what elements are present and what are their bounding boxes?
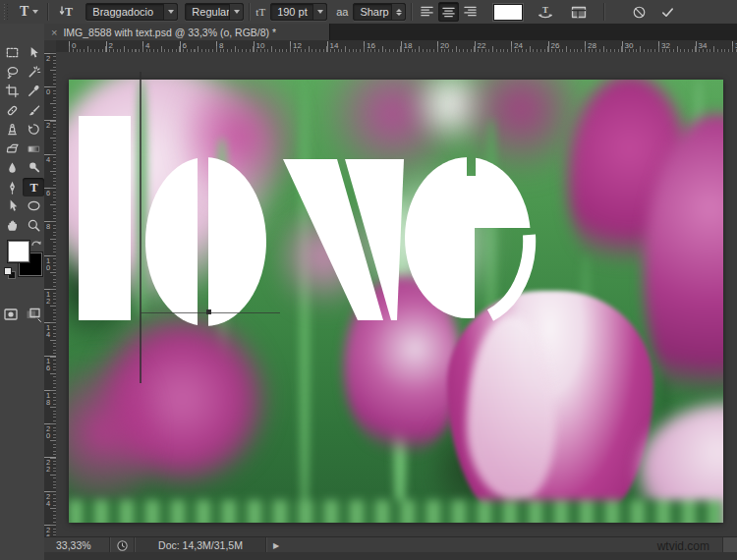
ruler-label: 36 bbox=[732, 41, 737, 52]
warp-text-button[interactable]: T bbox=[533, 2, 558, 22]
font-style-select[interactable]: Regular bbox=[185, 3, 244, 21]
lasso-icon bbox=[5, 65, 20, 80]
tool-path-selection[interactable] bbox=[1, 196, 23, 216]
ruler-label: 6 bbox=[180, 41, 187, 52]
status-bar: 33,33% Doc: 14,3M/31,5M ▶ wtvid.com bbox=[44, 536, 737, 553]
ruler-label: 1 2 bbox=[46, 291, 50, 305]
zoom-level-field[interactable]: 33,33% bbox=[44, 539, 109, 551]
tool-gradient[interactable] bbox=[23, 140, 44, 159]
swap-colors-icon[interactable] bbox=[30, 238, 42, 250]
ruler-label: 4 bbox=[46, 156, 50, 163]
ruler-label: 28 bbox=[585, 41, 596, 52]
commit-edits-button[interactable] bbox=[656, 2, 679, 22]
tool-history-brush[interactable] bbox=[23, 120, 44, 140]
ruler-label: 2 bbox=[106, 41, 113, 52]
quick-selection-icon bbox=[27, 65, 41, 80]
tool-brush[interactable] bbox=[23, 101, 44, 121]
cancel-edits-button[interactable] bbox=[628, 2, 651, 22]
tool-blur[interactable] bbox=[1, 158, 23, 178]
align-center-button[interactable] bbox=[438, 2, 459, 22]
quick-mask-icon[interactable] bbox=[2, 307, 20, 322]
default-white-swatch bbox=[4, 267, 12, 275]
status-clock-icon bbox=[116, 539, 129, 552]
tools-panel: T bbox=[0, 24, 45, 560]
cancel-icon bbox=[632, 5, 647, 20]
clone-stamp-icon bbox=[5, 122, 20, 137]
tool-spot-healing-brush[interactable] bbox=[1, 101, 23, 121]
tool-move[interactable] bbox=[23, 43, 44, 63]
divider bbox=[411, 3, 413, 21]
text-color-swatch[interactable] bbox=[493, 4, 523, 21]
zoom-icon bbox=[27, 218, 41, 233]
tool-clone-stamp[interactable] bbox=[1, 120, 23, 140]
ruler-label: 22 bbox=[475, 41, 486, 52]
color-swatch-area bbox=[0, 238, 44, 307]
align-right-icon bbox=[463, 4, 478, 19]
tool-ellipse-shape[interactable] bbox=[23, 196, 44, 216]
character-paragraph-panels-icon bbox=[570, 5, 588, 20]
toggle-panels-button[interactable] bbox=[566, 2, 592, 22]
document-title: IMG_8588 with text.psd @ 33,3% (o, RGB/8… bbox=[63, 27, 276, 38]
tool-eraser[interactable] bbox=[1, 140, 23, 159]
spot-healing-brush-icon bbox=[5, 103, 20, 118]
ruler-label: 14 bbox=[327, 41, 339, 52]
tool-type[interactable]: T bbox=[23, 178, 44, 197]
tool-dodge[interactable] bbox=[23, 158, 44, 178]
pen-icon bbox=[5, 180, 20, 195]
ruler-label: 34 bbox=[696, 41, 708, 52]
type-tool-preset-icon: T bbox=[20, 4, 28, 20]
chevron-down-icon bbox=[163, 4, 177, 20]
screen-mode-icon[interactable] bbox=[25, 307, 42, 322]
font-size-icon: tT bbox=[255, 6, 265, 18]
anti-alias-select[interactable]: Sharp bbox=[353, 3, 406, 21]
tool-rectangular-marquee[interactable] bbox=[1, 43, 23, 63]
rectangular-marquee-icon bbox=[5, 45, 20, 60]
chevron-down-icon bbox=[229, 4, 243, 20]
pasteboard[interactable] bbox=[56, 52, 737, 536]
align-right-button[interactable] bbox=[461, 2, 480, 20]
canvas-tulip-photo[interactable] bbox=[69, 80, 723, 523]
font-size-value: 190 pt bbox=[271, 6, 312, 18]
tool-hand[interactable] bbox=[1, 216, 23, 236]
tool-lasso[interactable] bbox=[1, 63, 23, 83]
close-tab-icon[interactable]: × bbox=[51, 28, 57, 37]
font-family-value: Braggadocio bbox=[86, 6, 163, 18]
chevron-down-icon bbox=[32, 10, 38, 14]
divider bbox=[47, 3, 49, 21]
letter-l bbox=[79, 116, 131, 320]
svg-text:T: T bbox=[542, 5, 548, 15]
tool-pen[interactable] bbox=[1, 178, 23, 197]
tool-quick-selection[interactable] bbox=[23, 63, 44, 83]
anti-alias-icon: aa bbox=[336, 6, 348, 18]
ruler-label: 26 bbox=[548, 41, 560, 52]
text-orientation-icon: T bbox=[58, 4, 78, 20]
tool-preset-button[interactable]: T bbox=[16, 2, 42, 22]
text-orientation-button[interactable]: T bbox=[54, 2, 82, 22]
resize-grip[interactable] bbox=[722, 537, 737, 553]
default-colors-icon[interactable] bbox=[4, 267, 16, 279]
status-clock-segment[interactable] bbox=[111, 539, 134, 552]
options-bar-grip[interactable] bbox=[3, 4, 10, 20]
ruler-label: 2 6 bbox=[46, 527, 50, 536]
ruler-label: 20 bbox=[437, 41, 449, 52]
status-menu-arrow[interactable]: ▶ bbox=[267, 541, 285, 550]
dodge-icon bbox=[27, 160, 41, 175]
stepper-icon bbox=[391, 4, 405, 20]
document-sizes-field[interactable]: Doc: 14,3M/31,5M bbox=[136, 537, 265, 553]
tool-zoom[interactable] bbox=[23, 216, 44, 236]
foreground-color-swatch[interactable] bbox=[7, 240, 30, 263]
ruler-label: 0 bbox=[46, 88, 50, 95]
tools-grid: T bbox=[1, 43, 44, 235]
ruler-label: 1 0 bbox=[46, 257, 50, 271]
font-family-select[interactable]: Braggadocio bbox=[85, 3, 178, 21]
font-size-select[interactable]: 190 pt bbox=[270, 3, 327, 21]
ruler-label: 6 bbox=[46, 190, 50, 196]
tool-eyedropper[interactable] bbox=[23, 82, 44, 101]
document-tab[interactable]: × IMG_8588 with text.psd @ 33,3% (o, RGB… bbox=[44, 24, 330, 40]
options-bar: T T Braggadocio Regular tT 190 pt aa Sha… bbox=[0, 0, 737, 25]
ruler-label: 30 bbox=[622, 41, 634, 52]
ruler-label: 32 bbox=[658, 41, 670, 52]
tool-crop[interactable] bbox=[1, 82, 23, 101]
align-left-icon bbox=[420, 4, 434, 19]
align-left-button[interactable] bbox=[418, 2, 436, 20]
